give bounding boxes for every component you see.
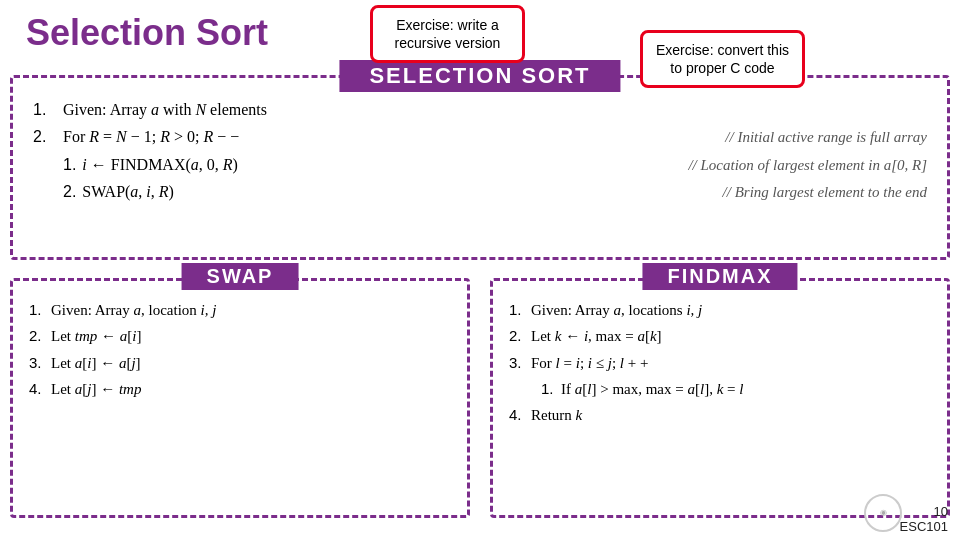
swap-text-4: Let a[j] ← tmp — [51, 376, 141, 402]
swap-line-2: 2. Let tmp ← a[i] — [29, 323, 451, 349]
swap-box: SWAP 1. Given: Array a, location i, j 2.… — [10, 278, 470, 518]
main-line-2: 2. For R = N − 1; R > 0; R − − // Initia… — [33, 123, 927, 151]
page-title: Selection Sort — [26, 12, 268, 54]
main-text-2: For R = N − 1; R > 0; R − − — [63, 123, 239, 150]
main-num-1: 1. — [33, 96, 57, 123]
findmax-header: FINDMAX — [642, 263, 797, 290]
exercise1-line1: Exercise: write a — [396, 17, 499, 33]
exercise2-line1: Exercise: convert this — [656, 42, 789, 58]
selection-sort-header: SELECTION SORT — [339, 60, 620, 92]
swap-line-1: 1. Given: Array a, location i, j — [29, 297, 451, 323]
main-text-2-1: i ← FINDMAX(a, 0, R) — [82, 151, 238, 178]
page-num-value: 10 — [934, 504, 948, 519]
main-line-2-2: 2. SWAP(a, i, R) // Bring largest elemen… — [33, 178, 927, 206]
swap-line-3: 3. Let a[i] ← a[j] — [29, 350, 451, 376]
findmax-content: 1. Given: Array a, locations i, j 2. Let… — [493, 281, 947, 436]
swap-line-4: 4. Let a[j] ← tmp — [29, 376, 451, 402]
main-num-2: 2. — [33, 123, 57, 150]
watermark-logo: ◉ — [864, 494, 902, 532]
main-text-2-2: SWAP(a, i, R) — [82, 178, 174, 205]
page-number: 10 ESC101 — [900, 504, 948, 534]
swap-num-3: 3. — [29, 350, 51, 376]
findmax-num-4: 4. — [509, 402, 531, 428]
main-subnum-2-1: 1. — [33, 151, 76, 178]
main-line-1: 1. Given: Array a with N elements — [33, 96, 927, 123]
exercise-c-code-bubble: Exercise: convert this to proper C code — [640, 30, 805, 88]
findmax-line-1: 1. Given: Array a, locations i, j — [509, 297, 931, 323]
main-comment-2-1: // Location of largest element in a[0, R… — [688, 153, 927, 179]
watermark-text: ◉ — [880, 508, 887, 518]
page-course: ESC101 — [900, 519, 948, 534]
findmax-text-2: Let k ← i, max = a[k] — [531, 323, 662, 349]
findmax-num-3: 3. — [509, 350, 531, 376]
main-text-1: Given: Array a with N elements — [63, 96, 267, 123]
findmax-line-3-1: 1. If a[l] > max, max = a[l], k = l — [509, 376, 931, 402]
swap-text-3: Let a[i] ← a[j] — [51, 350, 141, 376]
swap-header: SWAP — [182, 263, 299, 290]
exercise1-line2: recursive version — [395, 35, 501, 51]
swap-num-1: 1. — [29, 297, 51, 323]
main-line-2-1: 1. i ← FINDMAX(a, 0, R) // Location of l… — [33, 151, 927, 179]
findmax-text-3: For l = i; i ≤ j; l + + — [531, 350, 648, 376]
main-comment-2-2: // Bring largest element to the end — [723, 180, 927, 206]
exercise2-line2: to proper C code — [670, 60, 774, 76]
main-subnum-2-2: 2. — [33, 178, 76, 205]
swap-num-2: 2. — [29, 323, 51, 349]
main-comment-2: // Initial active range is full array — [725, 125, 927, 151]
selection-sort-content: 1. Given: Array a with N elements 2. For… — [13, 78, 947, 216]
swap-content: 1. Given: Array a, location i, j 2. Let … — [13, 281, 467, 410]
findmax-text-1: Given: Array a, locations i, j — [531, 297, 702, 323]
findmax-num-1: 1. — [509, 297, 531, 323]
findmax-subnum-3-1: 1. — [509, 376, 561, 402]
findmax-line-4: 4. Return k — [509, 402, 931, 428]
findmax-text-4: Return k — [531, 402, 582, 428]
exercise-recursive-bubble: Exercise: write a recursive version — [370, 5, 525, 63]
findmax-text-3-1: If a[l] > max, max = a[l], k = l — [561, 376, 743, 402]
findmax-num-2: 2. — [509, 323, 531, 349]
selection-sort-box: SELECTION SORT 1. Given: Array a with N … — [10, 75, 950, 260]
findmax-line-2: 2. Let k ← i, max = a[k] — [509, 323, 931, 349]
swap-text-2: Let tmp ← a[i] — [51, 323, 141, 349]
swap-num-4: 4. — [29, 376, 51, 402]
findmax-line-3: 3. For l = i; i ≤ j; l + + — [509, 350, 931, 376]
swap-text-1: Given: Array a, location i, j — [51, 297, 216, 323]
findmax-box: FINDMAX 1. Given: Array a, locations i, … — [490, 278, 950, 518]
